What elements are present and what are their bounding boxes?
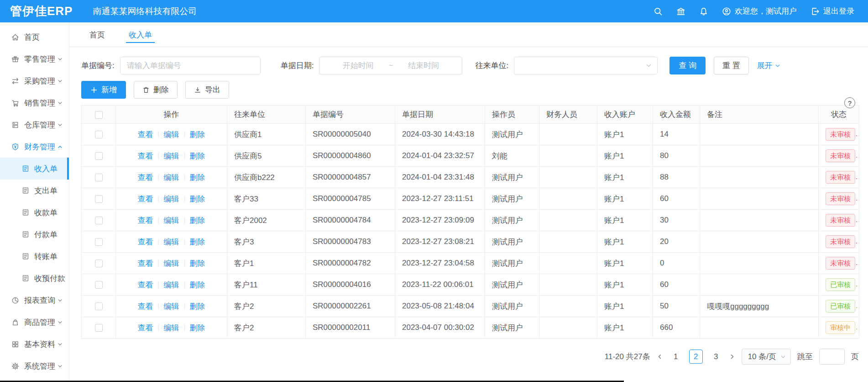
status-badge: 未审核 xyxy=(826,192,855,205)
edit-link[interactable]: 编辑 xyxy=(164,151,179,161)
page-button-1[interactable]: 1 xyxy=(669,350,683,364)
delete-link[interactable]: 删除 xyxy=(190,129,205,140)
delete-link[interactable]: 删除 xyxy=(190,151,205,161)
row-checkbox[interactable] xyxy=(95,324,103,332)
view-link[interactable]: 查看 xyxy=(138,215,153,226)
expand-link[interactable]: 展开 xyxy=(757,60,780,71)
view-link[interactable]: 查看 xyxy=(138,301,153,312)
sidebar-item-home[interactable]: 首页 xyxy=(0,26,69,48)
select-all-checkbox[interactable] xyxy=(95,111,103,119)
edit-link[interactable]: 编辑 xyxy=(164,280,179,290)
user-menu[interactable]: 欢迎您，测试用户 xyxy=(722,6,797,16)
reset-button[interactable]: 重 置 xyxy=(714,57,749,74)
edit-link[interactable]: 编辑 xyxy=(164,258,179,269)
edit-link[interactable]: 编辑 xyxy=(164,194,179,204)
col-actions: 操作 xyxy=(116,106,227,124)
export-button[interactable]: 导出 xyxy=(185,81,229,99)
tab-income-bill[interactable]: 收入单 xyxy=(129,30,152,47)
tab-home[interactable]: 首页 xyxy=(89,30,105,47)
view-link[interactable]: 查看 xyxy=(138,280,153,290)
chevron-down-icon xyxy=(780,354,786,360)
view-link[interactable]: 查看 xyxy=(138,237,153,247)
sidebar-item-label: 销售管理 xyxy=(24,98,55,108)
bell-icon[interactable] xyxy=(699,7,708,16)
row-checkbox[interactable] xyxy=(95,195,103,203)
row-checkbox[interactable] xyxy=(95,217,103,224)
page-button-3[interactable]: 3 xyxy=(709,350,723,364)
sidebar-item-system[interactable]: 系统管理 xyxy=(0,355,69,377)
edit-link[interactable]: 编辑 xyxy=(164,301,179,312)
jump-page-input[interactable] xyxy=(819,349,845,365)
sidebar-item-finance[interactable]: 财务管理 xyxy=(0,136,69,158)
sidebar-item-reports[interactable]: 报表查询 xyxy=(0,289,69,311)
status-badge: 未审核 xyxy=(826,214,855,227)
cell-account: 账户1 xyxy=(597,124,653,145)
view-link[interactable]: 查看 xyxy=(138,323,153,333)
prev-page-button[interactable] xyxy=(657,354,663,360)
help-icon[interactable]: ? xyxy=(844,97,855,108)
sidebar-item-label: 系统管理 xyxy=(24,361,55,371)
view-link[interactable]: 查看 xyxy=(138,194,153,204)
sidebar-item-warehouse[interactable]: 仓库管理 xyxy=(0,114,69,136)
delete-link[interactable]: 删除 xyxy=(190,194,205,204)
delete-link[interactable]: 删除 xyxy=(190,301,205,312)
page-button-2[interactable]: 2 xyxy=(689,350,703,364)
sidebar-item-transfer-bill[interactable]: 转账单 xyxy=(0,245,69,267)
view-link[interactable]: 查看 xyxy=(138,172,153,183)
cell-account: 账户1 xyxy=(597,231,653,253)
sidebar-item-sales[interactable]: 销售管理 xyxy=(0,92,69,114)
edit-link[interactable]: 编辑 xyxy=(164,215,179,226)
chevron-down-icon xyxy=(58,101,63,106)
sidebar-item-payment-bill[interactable]: 付款单 xyxy=(0,223,69,245)
chevron-down-icon xyxy=(58,122,63,127)
date-range-picker[interactable]: ~ xyxy=(319,57,462,74)
sidebar-item-purchase[interactable]: 采购管理 xyxy=(0,70,69,92)
cell-account: 账户1 xyxy=(597,167,653,188)
sidebar: 首页 零售管理 采购管理 销售管理 仓库管理 财务管理 xyxy=(0,22,69,382)
jump-suffix-label: 页 xyxy=(851,351,859,362)
delete-link[interactable]: 删除 xyxy=(190,215,205,226)
sidebar-item-income-bill[interactable]: 收入单 xyxy=(0,158,69,180)
sidebar-item-advance-payment[interactable]: 收预付款 xyxy=(0,267,69,289)
delete-button[interactable]: 删除 xyxy=(134,81,178,99)
delete-link[interactable]: 删除 xyxy=(190,280,205,290)
add-button[interactable]: 新增 xyxy=(81,81,126,99)
row-checkbox[interactable] xyxy=(95,260,103,267)
row-checkbox[interactable] xyxy=(95,152,103,160)
view-link[interactable]: 查看 xyxy=(138,258,153,269)
row-checkbox[interactable] xyxy=(95,131,103,138)
search-button[interactable]: 查 询 xyxy=(669,57,706,74)
delete-link[interactable]: 删除 xyxy=(190,323,205,333)
bank-icon[interactable] xyxy=(676,7,685,16)
delete-link[interactable]: 删除 xyxy=(190,172,205,183)
view-link[interactable]: 查看 xyxy=(138,151,153,161)
sidebar-item-expense-bill[interactable]: 支出单 xyxy=(0,180,69,202)
page-size-select[interactable]: 10 条/页 xyxy=(742,349,791,365)
edit-link[interactable]: 编辑 xyxy=(164,323,179,333)
sidebar-item-label: 收预付款 xyxy=(34,273,65,284)
sidebar-item-goods[interactable]: 商品管理 xyxy=(0,311,69,333)
edit-link[interactable]: 编辑 xyxy=(164,129,179,140)
row-checkbox[interactable] xyxy=(95,302,103,310)
edit-link[interactable]: 编辑 xyxy=(164,237,179,247)
sidebar-item-basic-data[interactable]: 基本资料 xyxy=(0,333,69,355)
sidebar-item-label: 财务管理 xyxy=(24,142,55,152)
unit-select[interactable] xyxy=(514,57,658,74)
view-link[interactable]: 查看 xyxy=(138,129,153,140)
pie-chart-icon xyxy=(11,297,19,304)
row-checkbox[interactable] xyxy=(95,281,103,289)
sidebar-item-retail[interactable]: 零售管理 xyxy=(0,48,69,70)
logout-button[interactable]: 退出登录 xyxy=(810,6,854,16)
search-icon[interactable] xyxy=(654,7,663,16)
edit-link[interactable]: 编辑 xyxy=(164,172,179,183)
next-page-button[interactable] xyxy=(729,354,735,360)
sidebar-item-receipt-bill[interactable]: 收款单 xyxy=(0,202,69,223)
delete-link[interactable]: 删除 xyxy=(190,237,205,247)
row-checkbox[interactable] xyxy=(95,238,103,246)
row-checkbox[interactable] xyxy=(95,174,103,181)
bill-no-input[interactable] xyxy=(120,57,261,74)
status-badge: 未审核 xyxy=(826,235,855,248)
delete-link[interactable]: 删除 xyxy=(190,258,205,269)
end-date-input[interactable] xyxy=(397,61,450,70)
start-date-input[interactable] xyxy=(331,61,385,70)
